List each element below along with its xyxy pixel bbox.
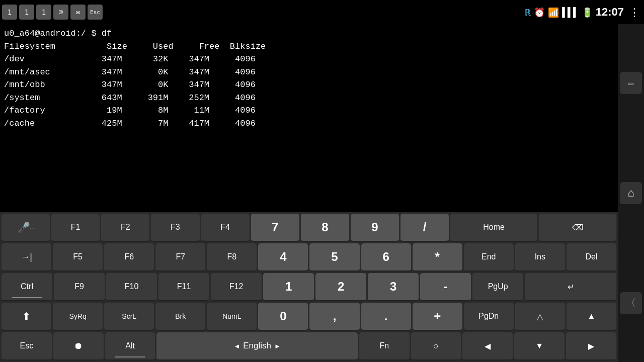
battery-icon: 🔋 bbox=[582, 7, 593, 18]
lang-next-arrow: ► bbox=[274, 342, 281, 350]
nav-left-key[interactable]: ◀ bbox=[462, 332, 513, 360]
ins-key[interactable]: Ins bbox=[515, 243, 565, 272]
f2-key[interactable]: F2 bbox=[101, 214, 149, 242]
lang-prev-arrow: ◄ bbox=[233, 342, 240, 350]
nav-right-key[interactable]: ▶ bbox=[566, 332, 616, 360]
pgdn-key[interactable]: PgDn bbox=[464, 303, 514, 331]
f3-key[interactable]: F3 bbox=[151, 214, 199, 242]
up-triangle-key[interactable]: △ bbox=[515, 303, 565, 331]
keyboard-row-3: Ctrl F9 F10 F11 F12 1 2 3 - PgUp ↵ bbox=[2, 273, 616, 301]
tab-key[interactable]: →| bbox=[2, 243, 51, 272]
f6-key[interactable]: F6 bbox=[104, 243, 154, 272]
num2-key[interactable]: 2 bbox=[315, 273, 366, 301]
notif-esc: Esc bbox=[88, 5, 103, 20]
wifi-icon: 📶 bbox=[548, 7, 559, 18]
fn-key[interactable]: Fn bbox=[359, 332, 410, 360]
num9-key[interactable]: 9 bbox=[351, 214, 399, 242]
num0-key[interactable]: 0 bbox=[258, 303, 308, 331]
status-bar: 1 1 1 ☺ ✉ Esc ℝ ⏰ 📶 ▌▌▌ 🔋 12:07 ⋮ bbox=[0, 0, 644, 24]
f7-key[interactable]: F7 bbox=[155, 243, 205, 272]
num6-key[interactable]: 6 bbox=[361, 243, 411, 272]
num4-key[interactable]: 4 bbox=[258, 243, 308, 272]
sidebar-back-btn[interactable]: 〈 bbox=[620, 292, 642, 314]
period-key[interactable]: . bbox=[361, 303, 411, 331]
num8-key[interactable]: 8 bbox=[301, 214, 349, 242]
sidebar-rect-icon: ▭ bbox=[628, 78, 633, 88]
sidebar-home-icon: ⌂ bbox=[627, 187, 634, 199]
keyboard-row-4: ⬆ SyRq ScrL Brk NumL 0 , . + PgDn △ ▲ bbox=[2, 303, 616, 331]
notif-3: 1 bbox=[36, 5, 51, 20]
right-sidebar: ▭ ⌂ 〈 bbox=[618, 24, 644, 362]
minus-key[interactable]: - bbox=[420, 273, 471, 301]
scrl-key[interactable]: ScrL bbox=[104, 303, 154, 331]
keyboard-row-1: 🎤... F1 F2 F3 F4 7 8 9 / Home ⌫ bbox=[2, 214, 616, 242]
bluetooth-icon: ℝ bbox=[525, 7, 531, 18]
overflow-menu-icon[interactable]: ⋮ bbox=[629, 6, 640, 19]
num5-key[interactable]: 5 bbox=[309, 243, 359, 272]
f1-key[interactable]: F1 bbox=[51, 214, 100, 242]
f12-key[interactable]: F12 bbox=[211, 273, 262, 301]
keyboard-row-2: →| F5 F6 F7 F8 4 5 6 * End Ins Del bbox=[2, 243, 616, 272]
num3-key[interactable]: 3 bbox=[368, 273, 419, 301]
terminal-output[interactable]: u0_a64@android:/ $ dfFilesystem Size Use… bbox=[0, 24, 618, 212]
num1-key[interactable]: 1 bbox=[263, 273, 314, 301]
asterisk-key[interactable]: * bbox=[413, 243, 462, 272]
notif-email: ✉ bbox=[70, 5, 86, 20]
sysrq-key[interactable]: SyRq bbox=[53, 303, 103, 331]
enter-key[interactable]: ↵ bbox=[525, 273, 616, 301]
f11-key[interactable]: F11 bbox=[158, 273, 209, 301]
f4-key[interactable]: F4 bbox=[201, 214, 250, 242]
mic-key[interactable]: 🎤... bbox=[2, 214, 50, 242]
alt-key[interactable]: Alt bbox=[105, 332, 155, 360]
sidebar-home-btn[interactable]: ⌂ bbox=[620, 182, 642, 204]
comma-key[interactable]: , bbox=[309, 303, 359, 331]
esc-key[interactable]: Esc bbox=[2, 332, 52, 360]
pgup-key[interactable]: PgUp bbox=[472, 273, 523, 301]
ctrl-key[interactable]: Ctrl bbox=[2, 273, 52, 301]
num7-key[interactable]: 7 bbox=[251, 214, 299, 242]
sidebar-back-icon: 〈 bbox=[626, 296, 636, 310]
sidebar-rect-btn[interactable]: ▭ bbox=[620, 72, 642, 94]
f9-key[interactable]: F9 bbox=[54, 273, 105, 301]
signal-icon: ▌▌▌ bbox=[562, 7, 579, 18]
slash-key[interactable]: / bbox=[400, 214, 449, 242]
backspace-key[interactable]: ⌫ bbox=[539, 214, 616, 242]
home-key[interactable]: Home bbox=[450, 214, 537, 242]
terminal-prompt: u0_a64@android:/ $ df bbox=[4, 27, 614, 40]
del-key[interactable]: Del bbox=[567, 243, 616, 272]
up-solid-key[interactable]: ▲ bbox=[567, 303, 616, 331]
notif-smiley: ☺ bbox=[53, 5, 68, 20]
keyboard: 🎤... F1 F2 F3 F4 7 8 9 / Home ⌫ →| F5 F6… bbox=[0, 212, 618, 362]
notification-icons: 1 1 1 ☺ ✉ Esc bbox=[0, 5, 103, 20]
record-key[interactable]: ⏺ bbox=[53, 332, 104, 360]
brk-key[interactable]: Brk bbox=[155, 303, 205, 331]
clock: 12:07 bbox=[596, 6, 624, 19]
f10-key[interactable]: F10 bbox=[106, 273, 157, 301]
notif-1: 1 bbox=[2, 5, 17, 20]
end-key[interactable]: End bbox=[464, 243, 514, 272]
language-label: English bbox=[243, 341, 271, 351]
f8-key[interactable]: F8 bbox=[207, 243, 257, 272]
nav-down-key[interactable]: ▼ bbox=[514, 332, 565, 360]
plus-key[interactable]: + bbox=[413, 303, 462, 331]
keyboard-row-5: Esc ⏺ Alt ◄ English ► Fn ○ ◀ ▼ ▶ bbox=[2, 332, 616, 360]
f5-key[interactable]: F5 bbox=[53, 243, 103, 272]
terminal-df-output: Filesystem Size Used Free Blksize /dev 3… bbox=[4, 40, 614, 130]
circle-key[interactable]: ○ bbox=[411, 332, 461, 360]
numl-key[interactable]: NumL bbox=[207, 303, 257, 331]
notif-2: 1 bbox=[19, 5, 34, 20]
status-icons: ℝ ⏰ 📶 ▌▌▌ 🔋 12:07 ⋮ bbox=[525, 6, 640, 19]
language-key[interactable]: ◄ English ► bbox=[156, 332, 357, 360]
alarm-icon: ⏰ bbox=[534, 7, 545, 18]
shift-key[interactable]: ⬆ bbox=[2, 303, 51, 331]
